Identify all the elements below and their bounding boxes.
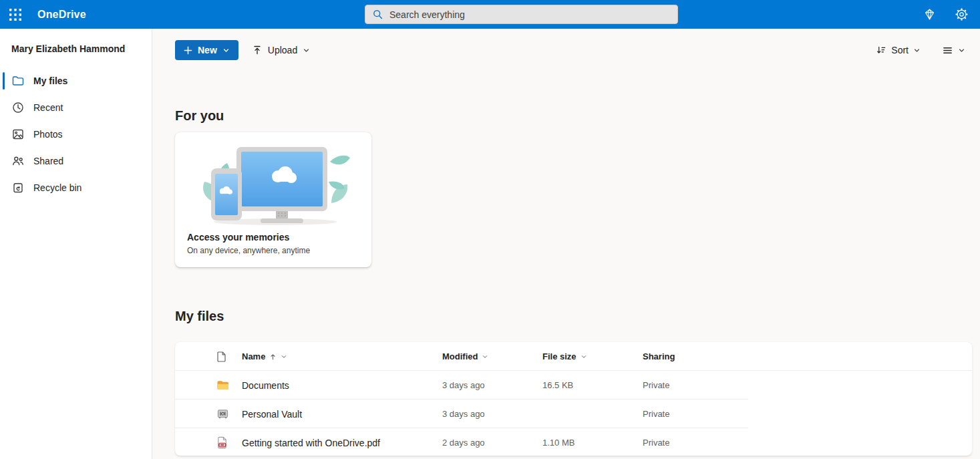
image-icon <box>11 128 25 141</box>
upload-button-label: Upload <box>268 45 297 55</box>
chevron-down-icon <box>958 47 965 54</box>
file-sharing: Private <box>643 380 972 390</box>
search-box[interactable] <box>365 5 678 24</box>
new-button[interactable]: New <box>175 40 238 60</box>
file-list-panel: Name Modified File size <box>175 342 972 456</box>
sort-button-label: Sort <box>891 45 909 55</box>
sidebar-item-my-files[interactable]: My files <box>0 67 152 94</box>
folder-icon <box>11 74 25 88</box>
file-name: Getting started with OneDrive.pdf <box>242 438 442 448</box>
vault-icon <box>216 408 229 420</box>
recycle-bin-icon <box>11 181 25 194</box>
view-options-button[interactable] <box>935 40 972 60</box>
file-row-getting-started-pdf[interactable]: Getting started with OneDrive.pdf 2 days… <box>175 428 972 456</box>
search-input[interactable] <box>389 9 671 20</box>
sidebar-item-label: Shared <box>33 156 63 166</box>
plus-icon <box>184 46 192 55</box>
column-label: Sharing <box>643 351 675 361</box>
sidebar-item-photos[interactable]: Photos <box>0 121 152 148</box>
pdf-file-icon <box>216 436 228 449</box>
sort-icon <box>876 45 886 55</box>
for-you-heading: For you <box>175 107 972 124</box>
file-name: Documents <box>242 380 442 391</box>
file-size: 1.10 MB <box>542 438 643 448</box>
settings-button[interactable] <box>951 4 972 25</box>
sidebar-item-label: Photos <box>33 129 63 140</box>
devices-illustration <box>187 139 359 226</box>
user-name: Mary Elizabeth Hammond <box>0 43 152 54</box>
list-view-icon <box>942 45 953 56</box>
file-list-header: Name Modified File size <box>175 342 972 371</box>
chevron-down-icon <box>581 353 587 360</box>
sidebar-nav: My files Recent Photos <box>0 67 152 201</box>
premium-button[interactable] <box>919 4 940 25</box>
column-label: Name <box>242 351 265 361</box>
my-files-heading: My files <box>175 307 972 325</box>
chevron-down-icon <box>222 47 230 54</box>
command-bar: New Upload <box>175 40 972 60</box>
file-modified: 2 days ago <box>442 438 542 448</box>
sort-asc-arrow-icon <box>269 353 277 361</box>
upload-button[interactable]: Upload <box>245 40 317 60</box>
sidebar-item-label: Recycle bin <box>33 182 81 193</box>
search-icon <box>372 9 383 20</box>
file-modified: 3 days ago <box>442 380 542 390</box>
memories-card-subtitle: On any device, anywhere, anytime <box>187 246 359 255</box>
file-row-personal-vault[interactable]: Personal Vault 3 days ago Private <box>175 400 972 428</box>
file-sharing: Private <box>643 409 972 419</box>
chevron-down-icon <box>913 47 921 54</box>
app-title[interactable]: OneDrive <box>37 9 86 21</box>
doc-header-icon <box>216 351 227 363</box>
chevron-down-icon <box>281 353 287 360</box>
column-header-modified[interactable]: Modified <box>442 351 542 361</box>
file-name: Personal Vault <box>242 409 442 420</box>
column-label: File size <box>542 351 577 361</box>
memories-card-title: Access your memories <box>187 232 359 243</box>
sidebar-item-label: Recent <box>33 102 63 113</box>
people-icon <box>11 154 25 168</box>
topbar: OneDrive <box>0 0 980 29</box>
sort-button[interactable]: Sort <box>869 40 927 60</box>
settings-icon <box>955 7 969 21</box>
sidebar-item-shared[interactable]: Shared <box>0 148 152 174</box>
premium-icon <box>923 7 937 21</box>
sidebar: Mary Elizabeth Hammond My files Recent <box>0 29 152 459</box>
sidebar-item-label: My files <box>33 75 67 86</box>
new-button-label: New <box>198 45 217 55</box>
file-sharing: Private <box>643 438 972 448</box>
column-header-file-size[interactable]: File size <box>542 351 643 361</box>
column-header-name[interactable]: Name <box>242 351 442 361</box>
file-modified: 3 days ago <box>442 409 542 419</box>
upload-icon <box>252 45 263 55</box>
app-launcher-button[interactable] <box>0 0 31 29</box>
sidebar-item-recent[interactable]: Recent <box>0 94 152 121</box>
chevron-down-icon <box>303 47 310 54</box>
main-content: New Upload <box>152 29 980 459</box>
memories-card[interactable]: Access your memories On any device, anyw… <box>175 132 371 267</box>
clock-icon <box>11 101 25 114</box>
file-row-documents[interactable]: Documents 3 days ago 16.5 KB Private <box>175 371 972 400</box>
file-size: 16.5 KB <box>542 380 643 390</box>
chevron-down-icon <box>482 353 488 360</box>
column-label: Modified <box>442 351 478 361</box>
folder-file-icon <box>216 379 229 391</box>
app-launcher-icon <box>8 7 23 22</box>
sidebar-item-recycle-bin[interactable]: Recycle bin <box>0 174 152 201</box>
column-header-sharing[interactable]: Sharing <box>643 351 972 361</box>
